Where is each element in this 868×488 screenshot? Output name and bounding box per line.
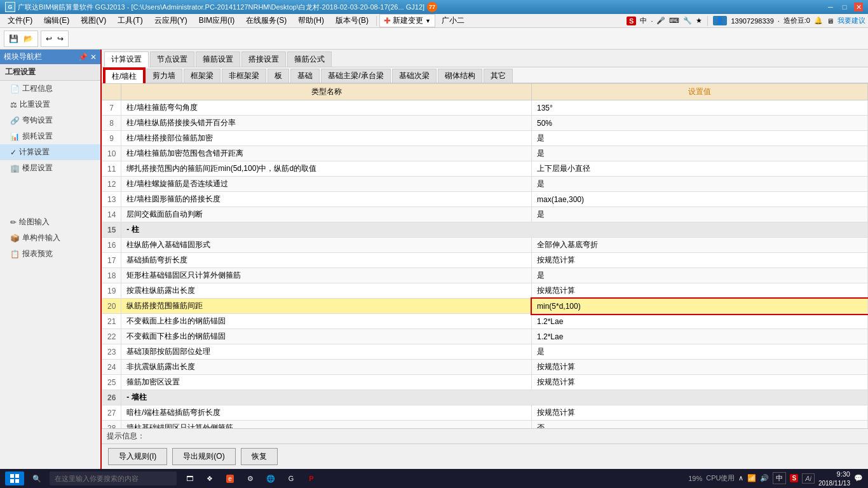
row-value[interactable]: 是 <box>532 146 868 161</box>
table-row[interactable]: 28 墙柱基础锚固区只计算外侧箍筋 否 <box>102 421 868 429</box>
tab-stirrup-formula[interactable]: 箍筋公式 <box>287 51 332 67</box>
sidebar-item-calc[interactable]: ✓ 计算设置 <box>0 144 100 160</box>
table-row[interactable]: 17 基础插筋弯折长度 按规范计算 <box>102 253 868 268</box>
ai-label[interactable]: Ai <box>802 473 815 484</box>
row-value[interactable]: 1.2*Lae <box>532 329 868 344</box>
sidebar-item-hook[interactable]: 🔗 弯钩设置 <box>0 112 100 128</box>
row-value[interactable]: min(5*d,100) <box>532 299 868 314</box>
sub-tab-other[interactable]: 其它 <box>484 69 513 83</box>
taskbar-app-5[interactable]: G <box>283 471 299 485</box>
row-value[interactable]: 否 <box>532 421 868 429</box>
start-button[interactable] <box>5 471 24 485</box>
sidebar-item-floor[interactable]: 🏢 楼层设置 <box>0 160 100 176</box>
table-row[interactable]: 10 柱/墙柱箍筋加密范围包含错开距离 是 <box>102 146 868 161</box>
table-row[interactable]: 26 - 墙柱 <box>102 390 868 405</box>
row-value[interactable]: 是 <box>532 268 868 283</box>
task-view-btn[interactable]: 🗖 <box>182 471 197 485</box>
sidebar-draw-input[interactable]: ✏ 绘图输入 <box>0 214 100 230</box>
open-icon[interactable]: 📂 <box>22 34 35 43</box>
tab-calc-settings[interactable]: 计算设置 <box>104 51 149 67</box>
taskbar-app-2[interactable]: e <box>222 471 238 485</box>
redo-btn[interactable]: ↪ <box>55 34 65 43</box>
search-taskbar[interactable]: 🔍 <box>29 471 44 485</box>
table-row[interactable]: 7 柱/墙柱箍筋弯勾角度 135° <box>102 100 868 116</box>
menu-bim[interactable]: BIM应用(I) <box>194 14 240 27</box>
menu-tools[interactable]: 工具(T) <box>112 14 147 27</box>
table-row[interactable]: 9 柱/墙柱搭接部位箍筋加密 是 <box>102 131 868 146</box>
sidebar-item-engineering-info[interactable]: 📄 工程信息 <box>0 81 100 97</box>
table-row[interactable]: 21 不变截面上柱多出的钢筋锚固 1.2*Lae <box>102 314 868 329</box>
table-row[interactable]: 27 暗柱/端柱基础插筋弯折长度 按规范计算 <box>102 405 868 421</box>
row-value[interactable]: 按规范计算 <box>532 375 868 390</box>
menu-help[interactable]: 帮助(H) <box>293 14 329 27</box>
table-row[interactable]: 25 箍筋加密区设置 按规范计算 <box>102 375 868 390</box>
row-value[interactable]: max(1ae,300) <box>532 192 868 207</box>
row-value[interactable]: 按规范计算 <box>532 360 868 375</box>
tab-stirrup-settings[interactable]: 箍筋设置 <box>196 51 240 67</box>
table-row[interactable]: 16 柱纵筋伸入基础锚固形式 全部伸入基底弯折 <box>102 238 868 253</box>
taskbar-app-6[interactable]: P <box>304 471 319 485</box>
maximize-btn[interactable]: □ <box>840 3 849 11</box>
minimize-btn[interactable]: ─ <box>826 3 835 11</box>
menu-online[interactable]: 在线服务(S) <box>241 14 292 27</box>
row-value[interactable]: 全部伸入基底弯折 <box>532 238 868 253</box>
tab-lap-settings[interactable]: 搭接设置 <box>241 51 286 67</box>
table-row[interactable]: 8 柱/墙柱纵筋搭接接头错开百分率 50% <box>102 116 868 131</box>
notification-btn[interactable]: 💬 <box>854 474 863 482</box>
suggest-btn[interactable]: 我要建议 <box>837 16 865 25</box>
row-value[interactable]: 50% <box>532 116 868 131</box>
table-row[interactable]: 23 基础顶部按筋固部位处理 是 <box>102 344 868 360</box>
export-rules-btn[interactable]: 导出规则(O) <box>172 448 235 465</box>
undo-btn[interactable]: ↩ <box>44 34 54 43</box>
sub-tab-foundation-sec[interactable]: 基础次梁 <box>392 69 437 83</box>
sidebar-pin-btn[interactable]: 📌 <box>78 53 88 62</box>
taskbar-search[interactable] <box>50 471 177 485</box>
save-icon[interactable]: 💾 <box>7 34 20 43</box>
sub-tab-masonry[interactable]: 砌体结构 <box>438 69 482 83</box>
menu-cloud[interactable]: 云应用(Y) <box>149 14 193 27</box>
new-change-btn[interactable]: ✚ 新建变更 ▼ <box>379 14 435 27</box>
row-value[interactable]: 上下层最小直径 <box>532 161 868 177</box>
sidebar-item-loss[interactable]: 📊 损耗设置 <box>0 128 100 144</box>
taskbar-lang[interactable]: 中 <box>773 472 786 484</box>
table-row[interactable]: 15 - 柱 <box>102 222 868 238</box>
table-row[interactable]: 18 矩形柱基础锚固区只计算外侧箍筋 是 <box>102 268 868 283</box>
row-value[interactable]: 135° <box>532 100 868 116</box>
sub-tab-frame-beam[interactable]: 框架梁 <box>184 69 220 83</box>
table-row[interactable]: 11 绑扎搭接范围内的箍筋间距min(5d,100)中，纵筋d的取值 上下层最小… <box>102 161 868 177</box>
row-value[interactable]: 是 <box>532 177 868 192</box>
menu-version[interactable]: 版本号(B) <box>330 14 374 27</box>
import-rules-btn[interactable]: 导入规则(I) <box>108 448 167 465</box>
sub-tab-non-frame-beam[interactable]: 非框架梁 <box>222 69 266 83</box>
sidebar-report[interactable]: 📋 报表预览 <box>0 246 100 262</box>
close-btn[interactable]: ✕ <box>854 3 863 11</box>
menu-view[interactable]: 视图(V) <box>76 14 111 27</box>
taskbar-app-1[interactable]: ❖ <box>202 471 217 485</box>
row-value[interactable]: 是 <box>532 131 868 146</box>
taskbar-app-3[interactable]: ⚙ <box>243 471 258 485</box>
sidebar-component-input[interactable]: 📦 单构件输入 <box>0 230 100 246</box>
sub-tab-foundation-main[interactable]: 基础主梁/承台梁 <box>321 69 390 83</box>
row-value[interactable]: 按规范计算 <box>532 405 868 421</box>
restore-btn[interactable]: 恢复 <box>241 448 278 465</box>
table-row[interactable]: 19 按震柱纵筋露出长度 按规范计算 <box>102 283 868 299</box>
menu-file[interactable]: 文件(F) <box>3 14 37 27</box>
table-row[interactable]: 13 柱/墙柱圆形箍筋的搭接长度 max(1ae,300) <box>102 192 868 207</box>
sub-tab-slab[interactable]: 板 <box>268 69 289 83</box>
row-value[interactable]: 1.2*Lae <box>532 314 868 329</box>
row-value[interactable]: 是 <box>532 207 868 222</box>
sub-tab-foundation[interactable]: 基础 <box>290 69 320 83</box>
sidebar-item-ratio[interactable]: ⚖ 比重设置 <box>0 97 100 112</box>
sidebar-close-btn[interactable]: ✕ <box>90 53 97 62</box>
table-row[interactable]: 12 柱/墙柱螺旋箍筋是否连续通过 是 <box>102 177 868 192</box>
row-value[interactable]: 按规范计算 <box>532 253 868 268</box>
row-value[interactable]: 是 <box>532 344 868 360</box>
sub-tab-shear-wall[interactable]: 剪力墙 <box>146 69 182 83</box>
table-row[interactable]: 24 非抗震纵筋露出长度 按规范计算 <box>102 360 868 375</box>
table-row[interactable]: 14 层间交截面筋自动判断 是 <box>102 207 868 222</box>
table-row[interactable]: 20 纵筋搭接范围箍筋间距 min(5*d,100) <box>102 299 868 314</box>
menu-edit[interactable]: 编辑(E) <box>39 14 74 27</box>
table-row[interactable]: 22 不变截面下柱多出的钢筋锚固 1.2*Lae <box>102 329 868 344</box>
row-value[interactable]: 按规范计算 <box>532 283 868 299</box>
tab-node-settings[interactable]: 节点设置 <box>150 51 194 67</box>
